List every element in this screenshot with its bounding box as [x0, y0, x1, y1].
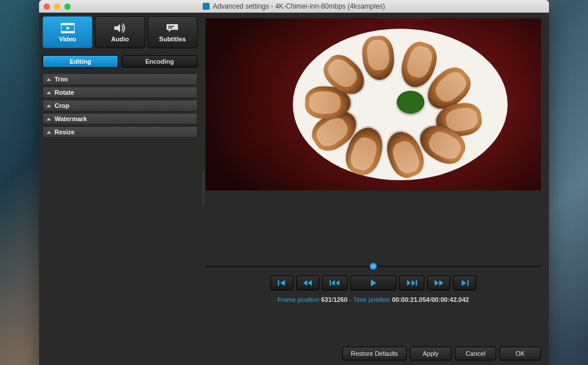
- panel-resize-handle[interactable]: [201, 24, 206, 354]
- audio-icon: [113, 22, 127, 34]
- accordion-trim[interactable]: Trim: [42, 73, 198, 85]
- window-body: Video Audio Subtitles Editing Enco: [39, 13, 549, 365]
- window-title: Advanced settings - 4K-Chimei-inn-60mbps…: [39, 2, 549, 10]
- time-total: 00:00:42.042: [431, 296, 469, 303]
- accordion-resize[interactable]: Resize: [42, 126, 198, 138]
- main-panel: Frame position 631/1260 - Time position …: [206, 13, 549, 365]
- video-preview[interactable]: [206, 18, 541, 191]
- accordion-label: Crop: [55, 102, 69, 109]
- svg-marker-14: [371, 279, 376, 286]
- accordion-crop[interactable]: Crop: [42, 100, 198, 111]
- accordion-label: Watermark: [55, 115, 87, 122]
- svg-marker-10: [308, 280, 312, 286]
- apply-button[interactable]: Apply: [410, 347, 451, 360]
- titlebar: Advanced settings - 4K-Chimei-inn-60mbps…: [39, 0, 549, 13]
- timeline-playhead[interactable]: [370, 263, 377, 270]
- close-window-button[interactable]: [44, 3, 50, 10]
- timeline-slider[interactable]: [206, 265, 541, 267]
- tab-audio-label: Audio: [111, 36, 129, 42]
- play-button[interactable]: [350, 275, 396, 290]
- svg-marker-8: [280, 280, 285, 286]
- accordion: Trim Rotate Crop Watermark Resize: [42, 73, 198, 138]
- maximize-window-button[interactable]: [64, 3, 71, 10]
- svg-rect-11: [330, 280, 331, 286]
- frame-position-label: Frame position: [277, 296, 319, 303]
- svg-marker-9: [303, 280, 307, 286]
- app-icon: [203, 3, 210, 10]
- subtab-editing[interactable]: Editing: [42, 55, 118, 68]
- minimize-window-button[interactable]: [54, 3, 60, 10]
- frame-total: 1260: [334, 296, 347, 303]
- svg-marker-20: [462, 280, 466, 286]
- svg-marker-13: [336, 280, 339, 286]
- fast-forward-button[interactable]: [427, 275, 450, 290]
- rewind-button[interactable]: [296, 275, 319, 290]
- chevron-up-icon: [47, 78, 51, 81]
- chevron-up-icon: [47, 91, 51, 94]
- svg-rect-6: [168, 28, 172, 29]
- svg-rect-17: [416, 280, 417, 286]
- subtab-encoding[interactable]: Encoding: [122, 55, 198, 68]
- playback-controls: [206, 275, 541, 290]
- svg-marker-12: [331, 280, 335, 286]
- app-window: Advanced settings - 4K-Chimei-inn-60mbps…: [39, 0, 549, 365]
- skip-end-button[interactable]: [453, 275, 476, 290]
- skip-start-button[interactable]: [270, 275, 293, 290]
- window-controls: [44, 3, 71, 10]
- svg-marker-19: [439, 280, 443, 286]
- svg-marker-3: [67, 26, 70, 30]
- time-position-label: Time position: [353, 296, 390, 303]
- tab-subtitles[interactable]: Subtitles: [148, 16, 198, 48]
- svg-marker-15: [407, 280, 411, 286]
- accordion-rotate[interactable]: Rotate: [42, 87, 198, 98]
- frame-current: 631: [321, 296, 331, 303]
- svg-rect-21: [467, 280, 469, 286]
- accordion-watermark[interactable]: Watermark: [42, 113, 198, 125]
- time-current: 00:00:21.054: [392, 296, 430, 303]
- media-type-tabs: Video Audio Subtitles: [42, 16, 198, 48]
- ok-button[interactable]: OK: [500, 347, 541, 360]
- subtitles-icon: [165, 22, 179, 34]
- next-frame-button[interactable]: [399, 275, 424, 290]
- chevron-up-icon: [47, 104, 51, 107]
- sidebar: Video Audio Subtitles Editing Enco: [39, 13, 201, 365]
- svg-rect-5: [168, 26, 174, 27]
- position-readout: Frame position 631/1260 - Time position …: [206, 296, 541, 303]
- svg-marker-18: [435, 280, 439, 286]
- accordion-label: Trim: [55, 76, 68, 83]
- accordion-label: Resize: [55, 129, 75, 135]
- chevron-up-icon: [47, 131, 51, 134]
- svg-rect-2: [61, 31, 75, 33]
- svg-rect-1: [61, 23, 75, 25]
- video-icon: [61, 22, 75, 34]
- dialog-buttons: Restore Defaults Apply Cancel OK: [206, 341, 541, 360]
- tab-video[interactable]: Video: [42, 16, 92, 48]
- prev-frame-button[interactable]: [322, 275, 347, 290]
- chevron-up-icon: [47, 118, 51, 121]
- cancel-button[interactable]: Cancel: [455, 347, 496, 360]
- tab-audio[interactable]: Audio: [95, 16, 145, 48]
- tab-video-label: Video: [59, 36, 76, 42]
- svg-marker-16: [412, 280, 415, 286]
- svg-rect-7: [278, 280, 279, 286]
- sub-tabs: Editing Encoding: [42, 55, 198, 68]
- restore-defaults-button[interactable]: Restore Defaults: [342, 347, 407, 360]
- accordion-label: Rotate: [55, 89, 74, 96]
- tab-subtitles-label: Subtitles: [159, 36, 185, 42]
- svg-marker-4: [114, 24, 120, 32]
